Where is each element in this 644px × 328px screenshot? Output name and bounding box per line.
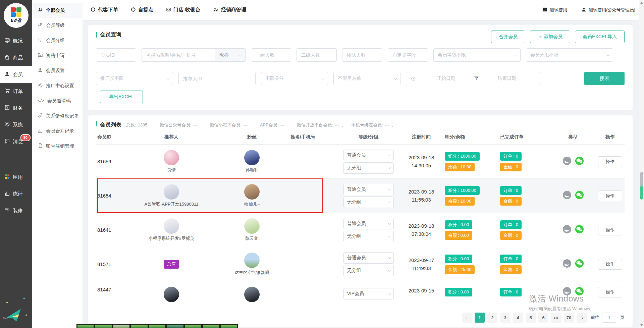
sidebar-item-apps[interactable]: 应用 <box>0 169 32 185</box>
add-member-button[interactable]: ＋ 添加会员 <box>530 31 570 43</box>
more-pages-button[interactable]: ••• <box>551 313 561 323</box>
search-button[interactable]: 搜索 <box>584 72 625 85</box>
sidebar-item-finance[interactable]: 财务 <box>0 100 32 116</box>
page-button-3[interactable]: 3 <box>500 313 510 323</box>
submenu-item-relation-log[interactable]: 关系链修改记录 <box>32 108 83 123</box>
register-time: 2023-09-1814:30:05 <box>398 154 445 169</box>
row-action-button[interactable]: 操作 <box>598 156 622 167</box>
group-select[interactable]: 无分组 <box>343 231 394 242</box>
scroll-up-arrow[interactable] <box>640 2 643 4</box>
member-grade-select[interactable]: 会员等级不限 <box>433 48 521 62</box>
referrer-id-input[interactable] <box>178 72 256 85</box>
search-type-select[interactable]: 昵称 <box>215 48 246 62</box>
level2-count-input[interactable] <box>297 48 337 62</box>
brand-name: E企盈 <box>11 18 21 23</box>
row-action-button[interactable]: 操作 <box>598 287 622 297</box>
member-id-input[interactable] <box>96 48 136 62</box>
level-select[interactable]: 普通会员 <box>343 184 394 195</box>
group-select[interactable]: 无分组 <box>343 197 394 208</box>
member-list-panel: 会员列表 总数:1385 ， 微信公众号会员:--- ， 微信小程序会员:---… <box>88 115 633 327</box>
follow-filter-select[interactable]: 不限关注 <box>261 72 328 85</box>
sidebar-item-orders[interactable]: 订单 <box>0 83 32 100</box>
sidebar-item-label: 概况 <box>13 38 23 44</box>
submenu-item-account-cancel[interactable]: 账号注销管理 <box>32 139 83 154</box>
page-button-5[interactable]: 5 <box>526 313 536 323</box>
submenu-item-member-level[interactable]: 会员等级 <box>32 18 83 33</box>
custom-field-input[interactable] <box>388 48 428 62</box>
wechat-icon <box>575 225 584 235</box>
page-button-1[interactable]: 1 <box>475 313 485 323</box>
goto-page-input[interactable] <box>602 313 616 323</box>
export-excel-button[interactable]: 导出EXCEL <box>100 91 143 103</box>
group-select[interactable]: 无分组 <box>343 265 394 276</box>
submenu-item-all-members[interactable]: 全部会员 <box>32 3 83 18</box>
level1-count-input[interactable] <box>251 48 291 62</box>
date-range-picker[interactable]: 开始日期 至 结束日期 <box>406 72 540 85</box>
blacklist-filter-select[interactable]: 不限黑名单 <box>333 72 400 85</box>
tab-store-cashier[interactable]: 门店-收银台 <box>166 7 200 13</box>
submenu-item-invite-code[interactable]: </> 会员邀请码 <box>32 93 83 108</box>
fan-avatar <box>244 150 260 165</box>
page-button-70[interactable]: 70 <box>564 313 574 323</box>
sidebar-item-goods[interactable]: 商品 <box>0 49 32 66</box>
sidebar-item-overview[interactable]: 概况 <box>0 33 32 49</box>
end-date-field[interactable]: 结束日期 <box>479 75 535 81</box>
submenu-item-merge-log[interactable]: 会员合并记录 <box>32 123 83 139</box>
sidebar-item-members[interactable]: 会员 <box>0 66 32 83</box>
balance-badge: 余额 : 10.00 <box>445 163 475 171</box>
scroll-down-arrow[interactable] <box>640 324 643 326</box>
submenu-item-label: 关系链修改记录 <box>46 113 79 119</box>
row-action-button[interactable]: 操作 <box>598 259 622 270</box>
page-button-6[interactable]: 6 <box>538 313 548 323</box>
team-count-input[interactable] <box>342 48 382 62</box>
account-menu[interactable]: 测试使用(公众号管理员) <box>581 7 635 13</box>
tab-label: 代客下单 <box>98 7 118 13</box>
row-action-button[interactable]: 操作 <box>598 225 622 235</box>
next-page-button[interactable] <box>577 313 587 323</box>
page-button-2[interactable]: 2 <box>487 313 497 323</box>
start-date-field[interactable]: 开始日期 <box>418 75 474 81</box>
excel-import-button[interactable]: 会员EXCEL导入 <box>575 31 625 43</box>
submenu-item-qualification[interactable]: 资格申请 <box>32 48 83 63</box>
query-actions: 合并会员 ＋ 添加会员 会员EXCEL导入 <box>491 31 625 43</box>
sidebar-item-label: 统计 <box>13 191 23 197</box>
submenu-item-promotion-center[interactable]: 推广中心设置 <box>32 78 83 93</box>
level-select[interactable]: 普通会员 <box>343 252 394 264</box>
merge-members-button[interactable]: 合并会员 <box>491 31 525 43</box>
promoter-select[interactable]: 推广员不限 <box>96 72 173 85</box>
fan-avatar <box>244 253 260 268</box>
primary-sidebar: E企盈 概况 商品 会员 订单 财务 系统 80 消息 <box>0 0 32 328</box>
submenu-item-member-group[interactable]: 会员分组 <box>32 33 83 48</box>
tab-dealer-management[interactable]: 经销商管理 <box>213 7 246 13</box>
workspace-menu[interactable]: 测试使用 <box>542 7 567 13</box>
bar-chart-icon <box>4 190 10 197</box>
chevron-down-icon <box>166 76 170 80</box>
sidebar-item-stats[interactable]: 统计 <box>0 185 32 202</box>
chat-icon <box>4 138 10 145</box>
member-group-select[interactable]: 会员分组不限 <box>526 48 613 62</box>
brand-logo[interactable]: E企盈 <box>4 3 29 28</box>
level-select[interactable]: 普通会员 <box>343 218 394 229</box>
tab-label: 经销商管理 <box>221 7 246 13</box>
submenu-item-member-settings[interactable]: 会员设置 <box>32 63 83 78</box>
balance-badge: 余额 : 10.00 <box>445 197 475 206</box>
page-button-4[interactable]: 4 <box>513 313 523 323</box>
keyword-search-input[interactable] <box>142 48 215 62</box>
prev-page-button[interactable] <box>462 313 472 323</box>
sidebar-item-decorate[interactable]: 装修 <box>0 202 32 219</box>
tab-pickup-point[interactable]: 自提点 <box>131 7 153 13</box>
group-select[interactable]: 无分组 <box>343 162 394 174</box>
window-scrollbar[interactable] <box>639 0 644 328</box>
sidebar-item-messages[interactable]: 80 消息 <box>0 133 32 150</box>
col-type: 类型 <box>550 134 596 140</box>
scrollbar-thumb[interactable] <box>640 172 643 200</box>
user-icon <box>581 7 586 13</box>
people-icon <box>38 7 43 13</box>
tab-proxy-order[interactable]: 代客下单 <box>91 7 118 13</box>
level-select[interactable]: 普通会员 <box>343 150 394 161</box>
sidebar-item-system[interactable]: 系统 <box>0 116 32 133</box>
taskbar-thumbnails-strip <box>76 324 238 328</box>
fan-name: 哈仙儿~ <box>244 201 260 207</box>
row-action-button[interactable]: 操作 <box>598 190 622 201</box>
level-select[interactable]: VIP会员 <box>343 288 394 299</box>
